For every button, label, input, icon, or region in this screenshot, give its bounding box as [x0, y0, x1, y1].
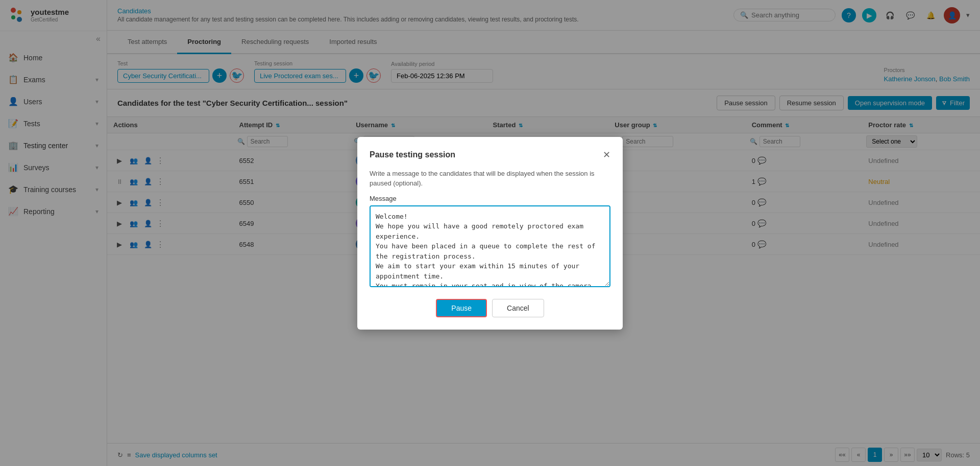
modal-pause-button[interactable]: Pause — [436, 299, 487, 317]
modal-footer: Pause Cancel — [370, 299, 610, 317]
message-textarea[interactable]: Welcome! We hope you will have a good re… — [370, 205, 610, 287]
modal-header: Pause testing session ✕ — [370, 149, 610, 160]
message-label: Message — [370, 195, 610, 202]
modal-title: Pause testing session — [370, 150, 455, 159]
pause-session-modal: Pause testing session ✕ Write a message … — [357, 137, 623, 330]
modal-description: Write a message to the candidates that w… — [370, 169, 610, 189]
modal-overlay: Pause testing session ✕ Write a message … — [107, 31, 980, 466]
modal-cancel-button[interactable]: Cancel — [492, 299, 544, 317]
content-wrapper: Test attempts Proctoring Rescheduling re… — [107, 31, 980, 466]
main-content: Candidates All candidate management for … — [107, 0, 980, 466]
modal-close-button[interactable]: ✕ — [603, 149, 610, 160]
